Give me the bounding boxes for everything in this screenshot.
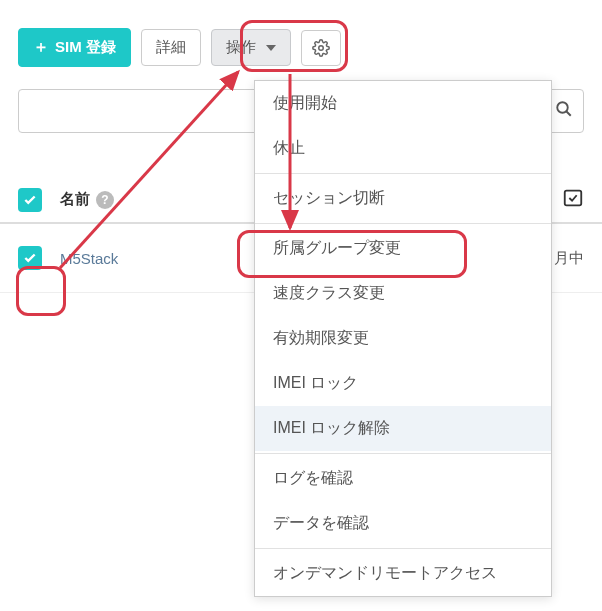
gear-icon [312,39,330,57]
dropdown-divider [255,173,551,174]
register-sim-label: SIM 登録 [55,38,116,57]
row-name: M5Stack [60,250,118,267]
select-all-checkbox[interactable] [18,188,42,212]
dropdown-divider [255,548,551,549]
svg-point-1 [557,102,568,113]
dropdown-divider [255,223,551,224]
dropdown-item[interactable]: IMEI ロック解除 [255,406,551,451]
row-checkbox[interactable] [18,246,42,270]
svg-line-2 [566,111,571,116]
details-button[interactable]: 詳細 [141,29,201,66]
settings-button[interactable] [301,30,341,66]
dropdown-item[interactable]: 休止 [255,126,551,171]
svg-point-0 [319,45,324,50]
dropdown-item[interactable]: 使用開始 [255,81,551,126]
dropdown-divider [255,453,551,454]
column-picker-icon[interactable] [562,187,584,212]
chevron-down-icon [266,45,276,51]
plus-icon: ＋ [33,37,49,58]
actions-dropdown: 使用開始休止セッション切断所属グループ変更速度クラス変更有効期限変更IMEI ロ… [254,80,552,597]
search-icon [555,100,573,122]
actions-button[interactable]: 操作 [211,29,291,66]
dropdown-item[interactable]: データを確認 [255,501,551,546]
dropdown-item[interactable]: 有効期限変更 [255,316,551,361]
dropdown-item[interactable]: IMEI ロック [255,361,551,406]
help-icon[interactable]: ? [96,191,114,209]
row-status: 月中 [554,249,584,268]
dropdown-item[interactable]: 速度クラス変更 [255,271,551,316]
dropdown-item[interactable]: ログを確認 [255,456,551,501]
dropdown-item[interactable]: セッション切断 [255,176,551,221]
svg-rect-3 [565,191,582,206]
column-header-name[interactable]: 名前 [60,190,90,209]
dropdown-item[interactable]: オンデマンドリモートアクセス [255,551,551,596]
dropdown-item[interactable]: 所属グループ変更 [255,226,551,271]
toolbar: ＋ SIM 登録 詳細 操作 [0,0,602,85]
register-sim-button[interactable]: ＋ SIM 登録 [18,28,131,67]
